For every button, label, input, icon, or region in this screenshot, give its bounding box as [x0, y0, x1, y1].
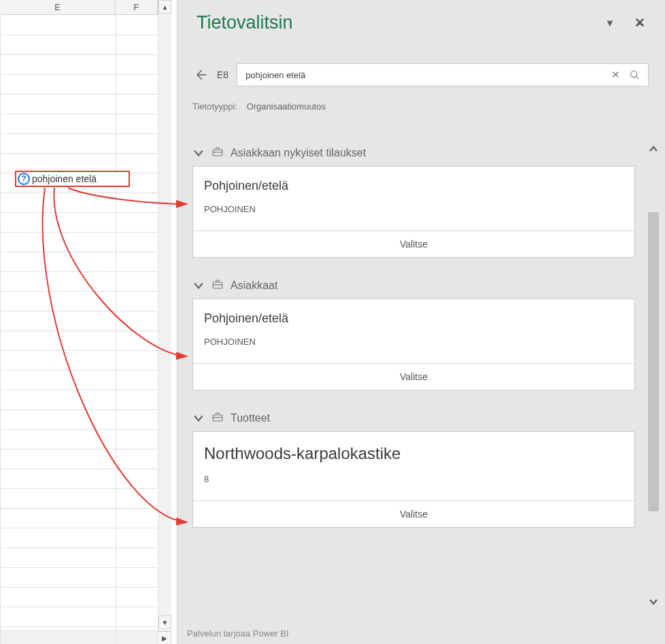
- active-cell-value: pohjoinen etelä: [32, 173, 97, 184]
- close-button[interactable]: ✕: [631, 14, 649, 32]
- briefcase-icon: [211, 146, 224, 158]
- card-title: Pohjoinen/etelä: [204, 179, 624, 193]
- card-subtitle: 8: [204, 474, 624, 484]
- section-header[interactable]: Tuotteet: [192, 405, 635, 431]
- svg-line-1: [636, 76, 638, 79]
- card-subtitle: POHJOINEN: [204, 204, 624, 214]
- data-selector-pane: Tietovalitsin ▼ ✕ E8 ✕ Tietotyyppi: Orga…: [177, 0, 665, 644]
- section-type-icon: [211, 278, 224, 293]
- section-title: Tuotteet: [231, 412, 270, 424]
- column-header-e[interactable]: E: [0, 0, 116, 14]
- svg-point-0: [630, 71, 636, 77]
- card-body: Pohjoinen/eteläPOHJOINEN: [193, 299, 634, 363]
- pane-footer: Palvelun tarjoaa Power BI: [187, 628, 289, 639]
- scroll-up-icon[interactable]: [646, 140, 661, 159]
- cell-reference: E8: [217, 69, 228, 80]
- section-type-icon: [211, 411, 224, 426]
- pane-menu-button[interactable]: ▼: [601, 14, 619, 32]
- spreadsheet-grid[interactable]: E F ? pohjoinen etelä ▲ ▼ ▶: [0, 0, 158, 644]
- data-type-label: Tietotyyppi:: [192, 101, 237, 112]
- back-button[interactable]: [192, 67, 209, 83]
- pane-title: Tietovalitsin: [197, 12, 589, 33]
- results-list: Asiakkaan nykyiset tilauksetPohjoinen/et…: [192, 140, 635, 528]
- card-body: Pohjoinen/eteläPOHJOINEN: [193, 167, 634, 231]
- clear-button[interactable]: ✕: [606, 65, 625, 84]
- svg-rect-4: [213, 282, 222, 288]
- column-headers: E F: [0, 0, 158, 15]
- result-section: TuotteetNorthwoods-karpalokastike8Valits…: [192, 405, 635, 528]
- svg-rect-6: [213, 415, 222, 421]
- svg-rect-2: [213, 150, 222, 156]
- results-viewport: Asiakkaan nykyiset tilauksetPohjoinen/et…: [192, 140, 635, 624]
- section-title: Asiakkaan nykyiset tilaukset: [231, 147, 366, 159]
- active-cell[interactable]: ? pohjoinen etelä: [15, 171, 130, 187]
- data-type-row: Tietotyyppi: Organisaatiomuutos: [177, 86, 665, 116]
- chevron-down-icon: [192, 412, 205, 424]
- column-header-f[interactable]: F: [116, 0, 158, 14]
- scrollbar-thumb[interactable]: [648, 212, 659, 511]
- briefcase-icon: [211, 411, 224, 423]
- question-icon: ?: [18, 173, 30, 185]
- card-body: Northwoods-karpalokastike8: [193, 432, 634, 501]
- search-input[interactable]: [244, 69, 606, 81]
- scroll-down-icon[interactable]: [646, 592, 661, 611]
- result-card: Northwoods-karpalokastike8Valitse: [192, 431, 635, 528]
- scrollbar-track[interactable]: [648, 159, 659, 592]
- result-card: Pohjoinen/eteläPOHJOINENValitse: [192, 166, 635, 258]
- scroll-up-arrow-icon[interactable]: ▲: [158, 0, 171, 14]
- select-button[interactable]: Valitse: [193, 501, 634, 527]
- scroll-down-arrow-icon[interactable]: ▼: [158, 615, 171, 629]
- grid-horizontal-scrollbar[interactable]: ▶: [0, 630, 171, 644]
- result-section: AsiakkaatPohjoinen/eteläPOHJOINENValitse: [192, 273, 635, 390]
- search-button[interactable]: [625, 65, 644, 84]
- section-header[interactable]: Asiakkaan nykyiset tilaukset: [192, 140, 635, 166]
- briefcase-icon: [211, 278, 224, 290]
- search-box: ✕: [237, 63, 649, 86]
- section-header[interactable]: Asiakkaat: [192, 273, 635, 299]
- arrow-left-icon: [194, 68, 207, 82]
- scroll-right-arrow-icon[interactable]: ▶: [158, 631, 171, 644]
- card-title: Pohjoinen/etelä: [204, 311, 624, 326]
- chevron-down-icon: [192, 147, 205, 159]
- search-icon: [629, 69, 641, 81]
- result-section: Asiakkaan nykyiset tilauksetPohjoinen/et…: [192, 140, 635, 258]
- select-button[interactable]: Valitse: [193, 231, 634, 257]
- card-title: Northwoods-karpalokastike: [204, 444, 624, 463]
- chevron-down-icon: [192, 279, 205, 292]
- search-row: E8 ✕: [177, 63, 665, 86]
- result-card: Pohjoinen/eteläPOHJOINENValitse: [192, 299, 635, 390]
- pane-scrollbar[interactable]: [646, 140, 661, 611]
- card-subtitle: POHJOINEN: [204, 337, 624, 347]
- section-title: Asiakkaat: [231, 279, 277, 292]
- pane-header: Tietovalitsin ▼ ✕: [177, 0, 665, 46]
- grid-vertical-scrollbar[interactable]: ▲ ▼: [158, 0, 171, 629]
- select-button[interactable]: Valitse: [193, 363, 634, 390]
- data-type-value: Organisaatiomuutos: [247, 101, 326, 112]
- grid-rows[interactable]: [0, 15, 158, 644]
- section-type-icon: [211, 146, 224, 160]
